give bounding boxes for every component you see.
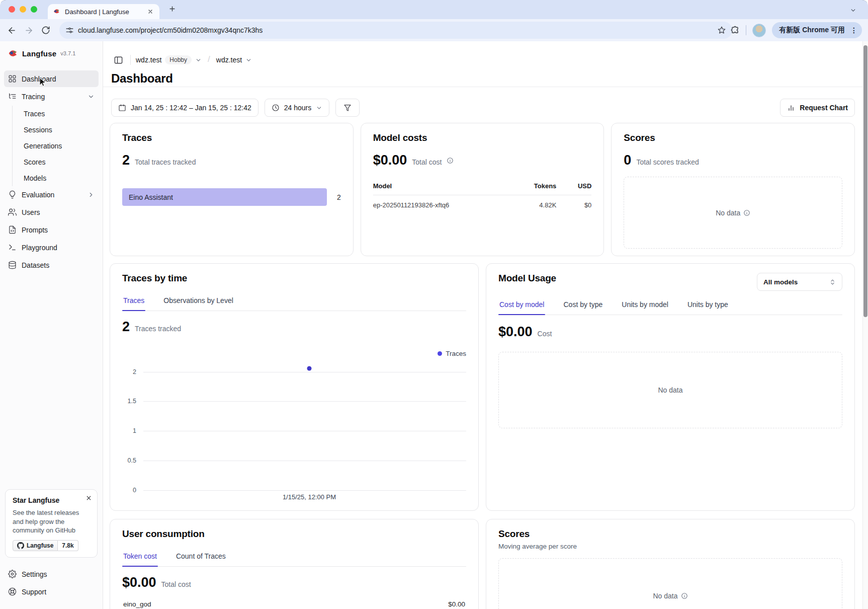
funnel-icon: [343, 104, 352, 112]
sidebar-item-traces[interactable]: Traces: [21, 106, 99, 122]
col-model: Model: [373, 182, 511, 190]
project-selector[interactable]: wdz.test: [216, 56, 252, 64]
tab-token-cost[interactable]: Token cost: [122, 547, 158, 566]
cell-tokens: 4.82K: [511, 201, 556, 209]
tab-close-icon[interactable]: [146, 8, 154, 16]
card-model-usage: Model Usage All models Cost by model Cos…: [486, 263, 855, 511]
user-consumption-value: $0.00: [122, 575, 156, 590]
sidebar-item-datasets[interactable]: Datasets: [4, 257, 99, 273]
date-range-picker[interactable]: Jan 14, 25 : 12:42 – Jan 15, 25 : 12:42: [111, 99, 258, 117]
card-traces-by-time: Traces by time Traces Observations by Le…: [110, 263, 479, 511]
all-models-select[interactable]: All models: [757, 273, 842, 291]
chrome-update-button[interactable]: 有新版 Chrome 可用 ⋮: [772, 22, 862, 38]
info-icon[interactable]: [681, 592, 688, 599]
omnibox[interactable]: cloud.langfuse.com/project/cm50idm0208mx…: [59, 22, 732, 39]
trace-bar-label: Eino Assistant: [129, 193, 173, 201]
card-subtitle: Moving average per score: [498, 543, 842, 550]
file-icon: [8, 225, 17, 234]
browser-tab[interactable]: Dashboard | Langfuse: [48, 4, 159, 19]
close-window-button[interactable]: [9, 6, 15, 13]
browser-menu-icon[interactable]: ⋮: [849, 26, 859, 34]
minimize-window-button[interactable]: [20, 6, 26, 13]
sidebar-item-users[interactable]: Users: [4, 204, 99, 220]
sidebar-item-settings[interactable]: Settings: [4, 566, 99, 582]
extensions-icon[interactable]: [730, 26, 740, 35]
profile-avatar[interactable]: [752, 24, 766, 37]
trace-bar-value: 2: [335, 193, 341, 201]
sidebar-item-label: Support: [22, 588, 46, 596]
window-controls: [9, 6, 37, 13]
project-name: wdz.test: [216, 56, 242, 64]
forward-button[interactable]: [20, 22, 37, 39]
bookmark-star-icon[interactable]: [717, 26, 726, 35]
tab-units-by-model[interactable]: Units by model: [621, 295, 669, 315]
sidebar-item-sessions[interactable]: Sessions: [21, 122, 99, 138]
gridline: [143, 401, 466, 402]
trace-bar[interactable]: Eino Assistant: [122, 188, 327, 206]
tab-units-by-type[interactable]: Units by type: [686, 295, 729, 315]
github-star-count[interactable]: 7.8k: [58, 540, 78, 551]
sidebar-item-label: Tracing: [22, 93, 45, 101]
model-usage-label: Cost: [538, 330, 552, 338]
gridline: [143, 490, 466, 491]
sidebar-item-playground[interactable]: Playground: [4, 239, 99, 256]
time-preset-select[interactable]: 24 hours: [265, 99, 329, 117]
request-chart-button[interactable]: Request Chart: [780, 99, 855, 117]
github-label: Langfuse: [27, 542, 53, 549]
reload-button[interactable]: [37, 22, 54, 39]
gridline: [143, 461, 466, 461]
org-selector[interactable]: wdz.test Hobby: [136, 55, 202, 64]
sidebar-item-label: Settings: [22, 570, 47, 578]
sidebar-item-evaluation[interactable]: Evaluation: [4, 186, 99, 203]
model-usage-empty-state: No data: [498, 352, 842, 428]
card-model-costs: Model costs $0.00 Total cost Model Token…: [361, 123, 604, 256]
traces-total-label: Total traces tracked: [135, 158, 196, 166]
breadcrumb-divider: [130, 55, 131, 65]
card-title: Scores: [624, 132, 842, 143]
legend-dot: [438, 351, 442, 356]
sidebar-item-prompts[interactable]: Prompts: [4, 221, 99, 238]
sidebar-item-scores[interactable]: Scores: [21, 154, 99, 170]
langfuse-favicon-icon: [53, 8, 61, 16]
info-icon[interactable]: [743, 209, 750, 216]
calendar-icon: [118, 104, 126, 112]
model-costs-table: Model Tokens USD ep-20250112193826-xftq6…: [373, 178, 592, 215]
tab-traces[interactable]: Traces: [122, 291, 145, 311]
brand-name: Langfuse: [22, 49, 56, 58]
new-tab-button[interactable]: [168, 5, 176, 13]
tab-search-button[interactable]: [847, 4, 859, 16]
back-button[interactable]: [3, 22, 20, 39]
scrollbar-thumb[interactable]: [863, 45, 867, 317]
tab-cost-by-model[interactable]: Cost by model: [498, 295, 545, 315]
close-icon[interactable]: [85, 495, 92, 501]
y-tick: 0: [122, 487, 136, 494]
github-button[interactable]: Langfuse: [13, 540, 58, 551]
info-icon[interactable]: [447, 157, 454, 164]
sidebar-item-dashboard[interactable]: Dashboard: [4, 70, 99, 87]
sidebar-item-generations[interactable]: Generations: [21, 138, 99, 154]
tracing-tree-icon: [8, 92, 17, 101]
card-scores-summary: Scores 0 Total scores tracked No data: [611, 123, 855, 256]
sidebar-toggle-icon[interactable]: [111, 53, 125, 67]
traces-total-value: 2: [122, 153, 130, 168]
date-range-value: Jan 14, 25 : 12:42 – Jan 15, 25 : 12:42: [131, 104, 251, 112]
tab-count-of-traces[interactable]: Count of Traces: [175, 547, 227, 566]
tab-cost-by-type[interactable]: Cost by type: [562, 295, 603, 315]
tab-strip: Dashboard | Langfuse: [0, 0, 868, 19]
star-card-body: See the latest releases and help grow th…: [13, 508, 90, 535]
zoom-window-button[interactable]: [31, 6, 37, 13]
site-settings-icon[interactable]: [65, 26, 74, 35]
sidebar-item-models[interactable]: Models: [21, 170, 99, 186]
toolbar-divider: [746, 25, 746, 35]
page-scrollbar[interactable]: [862, 41, 868, 609]
col-usd: USD: [556, 182, 591, 190]
legend-label: Traces: [446, 350, 466, 357]
tab-observations-by-level[interactable]: Observations by Level: [162, 291, 234, 311]
scores-bottom-empty-state: No data: [498, 558, 842, 609]
scores-empty-state: No data: [624, 177, 842, 249]
filter-button[interactable]: [335, 99, 360, 117]
sidebar-item-tracing[interactable]: Tracing: [4, 88, 99, 105]
sidebar-item-support[interactable]: Support: [4, 583, 99, 600]
url-text[interactable]: cloud.langfuse.com/project/cm50idm0208mx…: [78, 26, 717, 34]
user-consumption-label: Total cost: [161, 580, 191, 588]
